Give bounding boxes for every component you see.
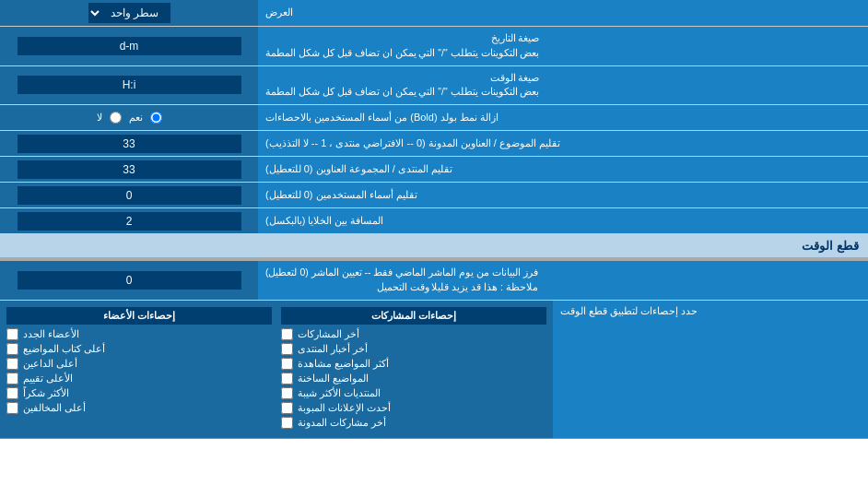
cell-spacing-label: المسافة بين الخلايا (بالبكسل) bbox=[258, 208, 868, 233]
stat-members-5: الأكثر شكراً bbox=[6, 387, 272, 399]
checkbox-contributions-3[interactable] bbox=[281, 358, 293, 370]
trim-forum-label: تقليم المنتدى / المجموعة العناوين (0 للت… bbox=[258, 157, 868, 182]
trim-forum-input-area: 33 bbox=[0, 157, 258, 182]
time-cut-input[interactable]: 0 bbox=[18, 271, 241, 290]
date-format-input-area: d-m bbox=[0, 27, 258, 65]
checkbox-members-5[interactable] bbox=[6, 387, 18, 399]
display-mode-input-area: سطر واحد سطران ثلاثة أسطر bbox=[0, 0, 258, 26]
time-format-input[interactable]: H:i bbox=[18, 76, 241, 94]
date-format-input[interactable]: d-m bbox=[18, 37, 241, 55]
members-col-title: إحصاءات الأعضاء bbox=[6, 307, 272, 325]
stat-members-6: أعلى المخالفين bbox=[6, 402, 272, 414]
checkbox-contributions-1[interactable] bbox=[281, 328, 293, 340]
stat-contributions-6: أحدث الإعلانات المبوبة bbox=[281, 402, 546, 414]
checkbox-members-4[interactable] bbox=[6, 373, 18, 385]
trim-users-input-area: 0 bbox=[0, 183, 258, 207]
stat-members-3: أعلى الداعين bbox=[6, 358, 272, 370]
stat-contributions-5: المنتديات الأكثر شيبة bbox=[281, 387, 546, 399]
cell-spacing-input[interactable]: 2 bbox=[18, 212, 241, 231]
checkbox-members-3[interactable] bbox=[6, 358, 18, 370]
time-format-row: صيغة الوقتبعض التكوينات يتطلب "/" التي ي… bbox=[0, 66, 868, 106]
bold-no-radio[interactable] bbox=[110, 112, 122, 124]
bold-yes-label: نعم bbox=[129, 112, 143, 124]
checkbox-contributions-2[interactable] bbox=[281, 343, 293, 355]
trim-forum-input[interactable]: 33 bbox=[18, 160, 241, 179]
trim-users-input[interactable]: 0 bbox=[18, 186, 241, 205]
trim-topics-label: تقليم الموضوع / العناوين المدونة (0 -- ا… bbox=[258, 131, 868, 156]
time-cut-section-header: قطع الوقت bbox=[0, 234, 868, 259]
bold-radio-group: نعم لا bbox=[88, 109, 171, 126]
time-cut-row: فرز البيانات من يوم الماشر الماضي فقط --… bbox=[0, 259, 868, 301]
stat-members-4: الأعلى تقييم bbox=[6, 373, 272, 385]
bold-yes-radio[interactable] bbox=[150, 112, 162, 124]
date-format-label: صيغة التاريخبعض التكوينات يتطلب "/" التي… bbox=[258, 27, 868, 65]
checkbox-contributions-5[interactable] bbox=[281, 387, 293, 399]
checkbox-members-2[interactable] bbox=[6, 343, 18, 355]
stat-contributions-2: أخر أخبار المنتدى bbox=[281, 343, 546, 355]
checkbox-members-1[interactable] bbox=[6, 328, 18, 340]
stat-members-1: الأعضاء الجدد bbox=[6, 328, 272, 340]
trim-topics-row: تقليم الموضوع / العناوين المدونة (0 -- ا… bbox=[0, 131, 868, 157]
display-mode-row: العرض سطر واحد سطران ثلاثة أسطر bbox=[0, 0, 868, 27]
time-format-label: صيغة الوقتبعض التكوينات يتطلب "/" التي ي… bbox=[258, 66, 868, 105]
checkbox-contributions-7[interactable] bbox=[281, 417, 293, 429]
trim-topics-input-area: 33 bbox=[0, 131, 258, 156]
date-format-row: صيغة التاريخبعض التكوينات يتطلب "/" التي… bbox=[0, 27, 868, 66]
trim-forum-row: تقليم المنتدى / المجموعة العناوين (0 للت… bbox=[0, 157, 868, 183]
contributions-col: إحصاءات المشاركات أخر المشاركات أخر أخبا… bbox=[278, 304, 549, 434]
contributions-col-title: إحصاءات المشاركات bbox=[281, 307, 546, 325]
stat-members-2: أعلى كتاب المواضيع bbox=[6, 343, 272, 355]
cell-spacing-row: المسافة بين الخلايا (بالبكسل) 2 bbox=[0, 208, 868, 234]
bold-remove-input-area: نعم لا bbox=[0, 105, 258, 130]
display-mode-label: العرض bbox=[258, 0, 868, 26]
stats-section: حدد إحصاءات لتطبيق قطع الوقت إحصاءات الم… bbox=[0, 301, 868, 439]
time-format-input-area: H:i bbox=[0, 66, 258, 105]
time-cut-label: فرز البيانات من يوم الماشر الماضي فقط --… bbox=[258, 261, 868, 300]
checkbox-contributions-6[interactable] bbox=[281, 402, 293, 414]
checkbox-contributions-4[interactable] bbox=[281, 373, 293, 385]
trim-users-label: تقليم أسماء المستخدمين (0 للتعطيل) bbox=[258, 183, 868, 207]
bold-no-label: لا bbox=[97, 112, 102, 124]
main-container: العرض سطر واحد سطران ثلاثة أسطر صيغة الت… bbox=[0, 0, 868, 439]
stats-columns: إحصاءات المشاركات أخر المشاركات أخر أخبا… bbox=[0, 301, 553, 438]
time-cut-input-area: 0 bbox=[0, 261, 258, 300]
bold-remove-label: ازالة نمط بولد (Bold) من أسماء المستخدمي… bbox=[258, 105, 868, 130]
stats-apply-label: حدد إحصاءات لتطبيق قطع الوقت bbox=[553, 301, 868, 438]
stat-contributions-1: أخر المشاركات bbox=[281, 328, 546, 340]
stat-contributions-7: أخر مشاركات المدونة bbox=[281, 417, 546, 429]
cell-spacing-input-area: 2 bbox=[0, 208, 258, 233]
bold-remove-row: ازالة نمط بولد (Bold) من أسماء المستخدمي… bbox=[0, 105, 868, 131]
trim-users-row: تقليم أسماء المستخدمين (0 للتعطيل) 0 bbox=[0, 183, 868, 208]
members-col: إحصاءات الأعضاء الأعضاء الجدد أعلى كتاب … bbox=[4, 304, 275, 434]
display-mode-select[interactable]: سطر واحد سطران ثلاثة أسطر bbox=[88, 3, 170, 23]
stat-contributions-4: المواضيع الساخنة bbox=[281, 373, 546, 385]
checkbox-members-6[interactable] bbox=[6, 402, 18, 414]
trim-topics-input[interactable]: 33 bbox=[18, 135, 241, 153]
stat-contributions-3: أكثر المواضيع مشاهدة bbox=[281, 358, 546, 370]
